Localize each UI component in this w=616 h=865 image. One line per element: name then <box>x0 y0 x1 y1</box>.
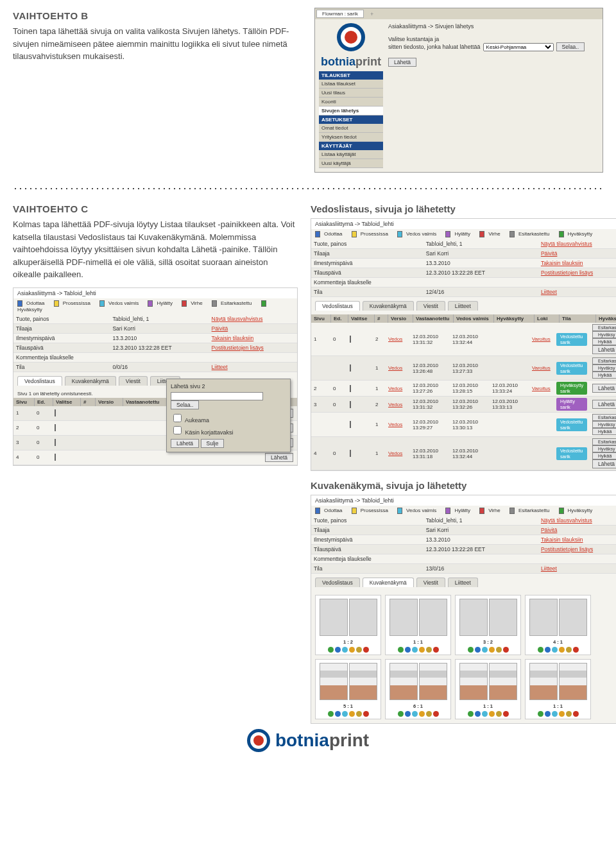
thumb-cell[interactable]: 3 : 2 <box>455 595 521 655</box>
refresh-icon[interactable] <box>342 711 348 717</box>
side-listaa-kayttajat[interactable]: Listaa käyttäjät <box>319 150 383 159</box>
tab-kuvakenakyma[interactable]: Kuvakenäkymä <box>65 376 116 386</box>
page-thumb[interactable] <box>350 336 351 343</box>
info-icon[interactable] <box>335 647 341 653</box>
thumb-cell[interactable]: 4 : 1 <box>525 595 591 655</box>
browser-tab[interactable]: Flowman : sarik <box>316 10 364 18</box>
delete-icon[interactable] <box>363 647 369 653</box>
ok-icon[interactable] <box>468 647 474 653</box>
side-omat-tiedot[interactable]: Omat tiedot <box>319 124 383 133</box>
page-thumb[interactable] <box>350 385 351 392</box>
ok-icon[interactable] <box>328 711 334 717</box>
info-icon[interactable] <box>405 647 411 653</box>
page-thumb[interactable] <box>350 421 351 428</box>
refresh-icon[interactable] <box>482 647 488 653</box>
refresh-icon[interactable] <box>412 711 418 717</box>
delete-icon[interactable] <box>503 647 509 653</box>
warn-icon[interactable] <box>419 711 425 717</box>
popup-file-input[interactable] <box>171 392 263 400</box>
info-icon[interactable] <box>545 711 551 717</box>
thumb-cell[interactable]: 1 : 1 <box>525 659 591 719</box>
link-liitteet[interactable]: Liitteet <box>212 364 228 370</box>
popup-send-button[interactable]: Lähetä <box>171 439 199 448</box>
popup-chk-korjattavaksi[interactable] <box>173 426 182 434</box>
thumb-cell[interactable]: 6 : 1 <box>385 659 451 719</box>
side-yrityksen-tiedot[interactable]: Yrityksen tiedot <box>319 133 383 142</box>
row-send-button[interactable]: Lähetä <box>592 459 616 468</box>
row-send-button[interactable]: Lähetä <box>592 400 616 409</box>
edit-icon[interactable] <box>566 711 572 717</box>
row-send-button[interactable]: Lähetä <box>592 345 616 354</box>
ok-icon[interactable] <box>398 647 404 653</box>
publisher-select[interactable]: Keski-Pohjanmaa <box>483 43 554 51</box>
popup-close-button[interactable]: Sulje <box>201 439 225 448</box>
page-thumb[interactable] <box>350 450 351 457</box>
warn-icon[interactable] <box>349 711 355 717</box>
edit-icon[interactable] <box>566 647 572 653</box>
info-icon[interactable] <box>545 647 551 653</box>
link-takaisin[interactable]: Takaisin tilauksiin <box>212 335 254 341</box>
page-thumb[interactable] <box>55 409 56 416</box>
refresh-icon[interactable] <box>552 647 558 653</box>
side-listaa-tilaukset[interactable]: Listaa tilaukset <box>319 80 383 89</box>
ok-icon[interactable] <box>328 647 334 653</box>
page-thumb[interactable] <box>55 454 56 461</box>
warn-icon[interactable] <box>559 647 565 653</box>
info-icon[interactable] <box>475 711 481 717</box>
new-tab-icon[interactable]: + <box>366 11 377 17</box>
warn-icon[interactable] <box>349 647 355 653</box>
link-tilausvahvistus[interactable]: Näytä tilausvahvistus <box>212 316 263 322</box>
warn-icon[interactable] <box>559 711 565 717</box>
warn-icon[interactable] <box>489 647 495 653</box>
tab-vedoslistaus[interactable]: Vedoslistaus <box>17 376 62 386</box>
info-icon[interactable] <box>405 711 411 717</box>
refresh-icon[interactable] <box>342 647 348 653</box>
page-thumb[interactable] <box>350 401 351 408</box>
send-page-popup: Lähetä sivu 2 Selaa.. Aukeama Käsin korj… <box>166 379 291 452</box>
side-koonti[interactable]: Koonti <box>319 98 383 107</box>
warn-icon[interactable] <box>419 647 425 653</box>
edit-icon[interactable] <box>356 711 362 717</box>
edit-icon[interactable] <box>496 711 502 717</box>
row-send-button[interactable]: Lähetä <box>265 453 293 462</box>
ok-icon[interactable] <box>398 711 404 717</box>
edit-icon[interactable] <box>426 711 432 717</box>
browse-button[interactable]: Selaa.. <box>556 42 585 51</box>
warn-icon[interactable] <box>489 711 495 717</box>
popup-browse-button[interactable]: Selaa.. <box>171 400 199 409</box>
link-postitus[interactable]: Postitustietojen lisäys <box>212 345 264 351</box>
info-icon[interactable] <box>335 711 341 717</box>
refresh-icon[interactable] <box>552 711 558 717</box>
ok-icon[interactable] <box>468 711 474 717</box>
page-thumb[interactable] <box>55 439 56 446</box>
thumb-cell[interactable]: 1 : 1 <box>455 659 521 719</box>
edit-icon[interactable] <box>356 647 362 653</box>
popup-chk-aukeama[interactable] <box>173 414 182 422</box>
ok-icon[interactable] <box>538 647 543 653</box>
row-send-button[interactable]: Lähetä <box>592 384 616 393</box>
delete-icon[interactable] <box>573 711 579 717</box>
side-uusi-tilaus[interactable]: Uusi tilaus <box>319 89 383 98</box>
info-icon[interactable] <box>475 647 481 653</box>
delete-icon[interactable] <box>503 711 509 717</box>
edit-icon[interactable] <box>426 647 432 653</box>
ok-icon[interactable] <box>538 711 543 717</box>
link-paivita[interactable]: Päivitä <box>212 325 228 332</box>
delete-icon[interactable] <box>573 647 579 653</box>
page-thumb[interactable] <box>55 424 56 431</box>
edit-icon[interactable] <box>496 647 502 653</box>
refresh-icon[interactable] <box>482 711 488 717</box>
thumb-cell[interactable]: 1 : 2 <box>315 595 381 655</box>
refresh-icon[interactable] <box>412 647 418 653</box>
delete-icon[interactable] <box>363 711 369 717</box>
thumb-cell[interactable]: 1 : 1 <box>385 595 451 655</box>
send-button[interactable]: Lähetä <box>388 58 416 67</box>
delete-icon[interactable] <box>433 647 439 653</box>
delete-icon[interactable] <box>433 711 439 717</box>
vedos-row: 1Vedos12.03.2010 13:29:2712.03.2010 13:3… <box>311 413 616 437</box>
tab-viestit[interactable]: Viestit <box>119 376 148 386</box>
side-sivujen-lahetys[interactable]: Sivujen lähetys <box>319 107 383 116</box>
side-uusi-kayttaja[interactable]: Uusi käyttäjä <box>319 159 383 168</box>
thumb-cell[interactable]: 5 : 1 <box>315 659 381 719</box>
page-thumb[interactable] <box>350 364 351 372</box>
